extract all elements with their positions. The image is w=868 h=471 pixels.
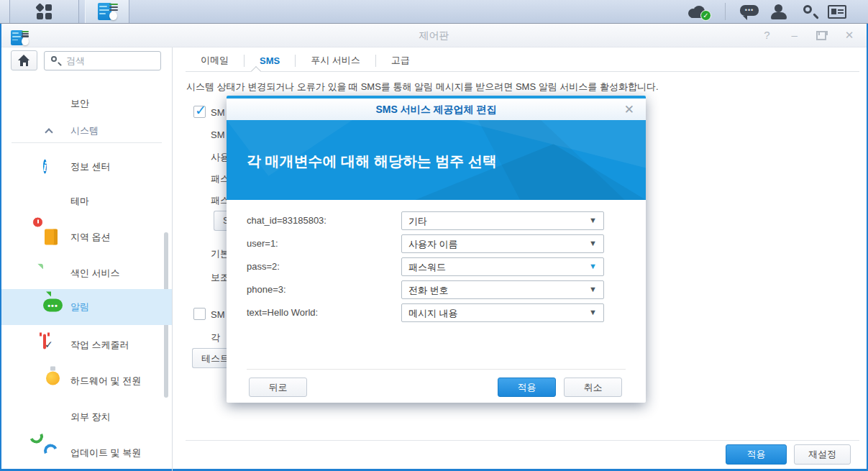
tab-underline — [186, 71, 859, 72]
tab-email[interactable]: 이메일 — [186, 54, 244, 67]
section-divider — [12, 142, 162, 143]
help-button[interactable]: ? — [761, 29, 772, 41]
param-row-user: user=1: 사용자 이름 ▼ — [227, 234, 646, 253]
minimize-button[interactable]: – — [789, 29, 800, 41]
tab-bar: 이메일 SMS 푸시 서비스 고급 — [186, 50, 425, 70]
control-panel-window: 제어판 ? – ✕ 보안 시스템 i 정보 센터 테마 지역 옵 — [0, 24, 868, 471]
dialog-close-icon[interactable]: ✕ — [624, 102, 634, 117]
username-label: 사용 — [211, 151, 228, 164]
dialog-title: SMS 서비스 제공업체 편집 — [227, 104, 646, 116]
shield-icon — [43, 94, 63, 114]
restore-button[interactable] — [816, 31, 828, 40]
taskbar-control-panel-button[interactable] — [85, 0, 129, 23]
sidebar-item-regional-options[interactable]: 지역 옵션 — [1, 223, 172, 252]
sidebar-item-hardware-power[interactable]: 하드웨어 및 전원 — [1, 367, 172, 395]
primary-phone-label: 기본 — [211, 247, 228, 260]
window-titlebar[interactable]: 제어판 ? – ✕ — [1, 24, 867, 47]
info-icon: i — [43, 157, 63, 177]
indexing-service-icon — [43, 264, 63, 283]
theme-palette-icon — [43, 192, 63, 211]
send-test-sms-button[interactable]: 테스트 — [192, 348, 229, 368]
password-label: 패스 — [211, 173, 228, 186]
param-label: chat_id=83185803: — [247, 215, 326, 226]
sidebar-item-indexing-service[interactable]: 색인 서비스 — [1, 259, 172, 288]
secondary-phone-label: 보조 — [211, 271, 228, 284]
taskbar: ✓ ••• — [0, 0, 868, 24]
banner-heading: 각 매개변수에 대해 해당하는 범주 선택 — [247, 152, 497, 171]
param-row-pass: pass=2: 패스워드 ▼ — [227, 257, 646, 276]
footer-divider — [186, 440, 859, 441]
widgets-panel-icon[interactable] — [828, 5, 846, 19]
external-device-icon: ▲ — [43, 408, 63, 427]
home-button[interactable] — [11, 50, 37, 70]
user-account-icon[interactable] — [771, 4, 787, 19]
search-box — [44, 51, 161, 70]
chat-notifications-icon[interactable]: ••• — [740, 5, 759, 19]
category-dropdown-chat-id[interactable]: 기타 ▼ — [401, 211, 604, 230]
chevron-down-icon: ▼ — [589, 262, 597, 270]
home-icon — [18, 55, 30, 66]
category-dropdown-user[interactable]: 사용자 이름 ▼ — [401, 234, 604, 253]
dialog-apply-button[interactable]: 적용 — [498, 378, 556, 397]
dialog-header[interactable]: SMS 서비스 제공업체 편집 ✕ — [227, 99, 646, 120]
search-icon — [51, 56, 61, 66]
category-dropdown-text[interactable]: 메시지 내용 ▼ — [401, 303, 604, 322]
dialog-banner: 각 매개변수에 대해 해당하는 범주 선택 — [227, 120, 646, 200]
dialog-cancel-button[interactable]: 취소 — [564, 378, 622, 397]
enable-sms-checkbox[interactable] — [193, 106, 206, 118]
task-scheduler-icon: ✓ — [43, 336, 63, 355]
reset-button[interactable]: 재설정 — [794, 444, 851, 465]
sidebar-divider — [172, 47, 173, 471]
app-grid-icon — [36, 4, 52, 19]
sidebar-item-theme[interactable]: 테마 — [1, 187, 172, 216]
sms-interval-checkbox[interactable] — [193, 308, 206, 320]
param-label: phone=3: — [247, 284, 286, 295]
enable-sms-label: SM — [211, 107, 228, 118]
sidebar-item-notification[interactable]: ••• 알림 — [1, 289, 172, 325]
interval-checkbox-label: SM — [211, 309, 228, 320]
cloud-backup-ok-icon[interactable]: ✓ — [687, 6, 711, 18]
hardware-power-icon — [43, 372, 63, 391]
update-restore-icon — [43, 444, 63, 463]
param-label: user=1: — [247, 238, 278, 249]
close-button[interactable]: ✕ — [844, 29, 855, 42]
sidebar-item-security[interactable]: 보안 — [1, 89, 172, 118]
search-icon[interactable] — [803, 5, 818, 19]
chevron-down-icon: ▼ — [589, 308, 597, 316]
chevron-down-icon: ▼ — [589, 239, 597, 247]
sidebar-item-info-center[interactable]: i 정보 센터 — [1, 152, 172, 181]
apply-button[interactable]: 적용 — [726, 444, 787, 465]
sidebar-item-external-devices[interactable]: ▲ 외부 장치 — [1, 403, 172, 431]
sidebar-item-task-scheduler[interactable]: ✓ 작업 스케줄러 — [1, 331, 172, 360]
param-label: text=Hello World: — [247, 307, 318, 318]
param-row-text: text=Hello World: 메시지 내용 ▼ — [227, 303, 646, 322]
sidebar-item-update-restore[interactable]: 업데이트 및 복원 — [1, 439, 172, 467]
tab-sms[interactable]: SMS — [245, 55, 295, 66]
param-row-phone: phone=3: 전화 번호 ▼ — [227, 280, 646, 299]
main-menu-button[interactable] — [10, 0, 79, 23]
back-button[interactable]: 뒤로 — [249, 378, 307, 397]
interval-label: 각 — [211, 331, 228, 344]
provider-label: SM — [211, 129, 228, 140]
search-input[interactable] — [66, 52, 156, 68]
control-panel-icon — [98, 2, 118, 21]
confirm-password-label: 패스 — [211, 194, 228, 207]
notification-bubble-icon: ••• — [43, 298, 63, 317]
tab-push-service[interactable]: 푸시 서비스 — [296, 54, 375, 67]
window-title: 제어판 — [1, 29, 867, 42]
show-desktop-button[interactable] — [0, 0, 10, 23]
sms-description: 시스템 상태가 변경되거나 오류가 있을 때 SMS를 통해 알림 메시지를 받… — [186, 81, 866, 93]
category-dropdown-phone[interactable]: 전화 번호 ▼ — [401, 280, 604, 299]
tab-advanced[interactable]: 고급 — [376, 54, 425, 67]
sms-provider-edit-dialog: SMS 서비스 제공업체 편집 ✕ 각 매개변수에 대해 해당하는 범주 선택 … — [227, 96, 646, 403]
tray-separator — [725, 3, 726, 20]
dialog-footer-divider — [247, 369, 626, 370]
chevron-up-icon — [45, 128, 52, 136]
param-row-chat-id: chat_id=83185803: 기타 ▼ — [227, 211, 646, 230]
regional-options-icon — [43, 228, 63, 247]
chevron-down-icon: ▼ — [589, 285, 597, 293]
category-dropdown-pass[interactable]: 패스워드 ▼ — [401, 257, 604, 276]
param-label: pass=2: — [247, 261, 280, 272]
chevron-down-icon: ▼ — [589, 216, 597, 224]
